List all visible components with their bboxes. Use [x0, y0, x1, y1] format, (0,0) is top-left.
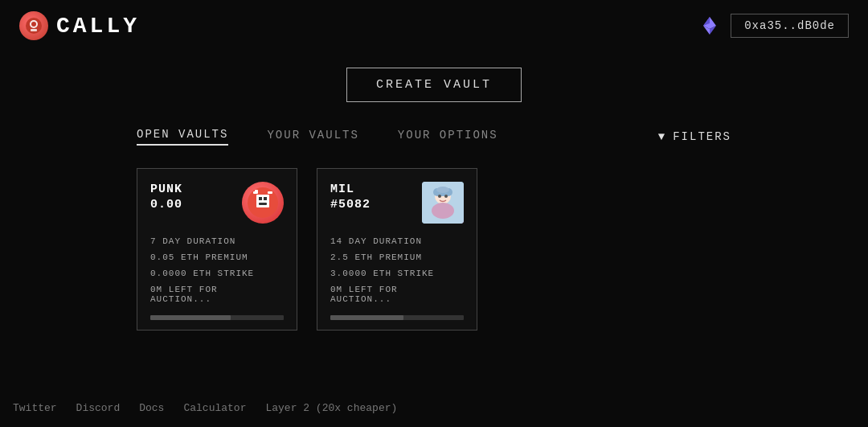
vault-punk-duration: 7 DAY DURATION [150, 236, 284, 246]
vault-mil-strike: 3.0000 ETH STRIKE [330, 269, 464, 278]
tabs-row: OPEN VAULTS YOUR VAULTS YOUR OPTIONS ▼ F… [0, 128, 868, 146]
filter-icon: ▼ [658, 130, 666, 143]
vault-mil-progress-bar-bg [330, 315, 464, 320]
create-vault-button[interactable]: CREATE VAULT [346, 68, 522, 102]
footer-link-calculator[interactable]: Calculator [183, 402, 246, 414]
vault-card-punk-header: PUNK 0.00 [150, 182, 284, 224]
vault-punk-title-area: PUNK 0.00 [150, 182, 182, 211]
vault-punk-auction: 0M LEFT FOR AUCTION... [150, 285, 284, 304]
svg-point-22 [436, 187, 449, 193]
logo-text: CALLY [56, 14, 140, 39]
svg-rect-14 [255, 190, 258, 192]
vault-punk-premium: 0.05 ETH PREMIUM [150, 253, 284, 262]
vault-mil-duration: 14 DAY DURATION [330, 236, 464, 246]
filters-button[interactable]: ▼ FILTERS [658, 130, 731, 143]
main-content: CREATE VAULT OPEN VAULTS YOUR VAULTS YOU… [0, 51, 868, 331]
tab-open-vaults[interactable]: OPEN VAULTS [137, 128, 228, 146]
footer-link-twitter[interactable]: Twitter [13, 402, 57, 414]
vault-mil-title: MIL [330, 182, 371, 198]
svg-rect-9 [256, 195, 269, 207]
vault-mil-info: 14 DAY DURATION 2.5 ETH PREMIUM 3.0000 E… [330, 236, 464, 304]
wallet-address[interactable]: 0xa35..dB0de [731, 14, 849, 38]
vault-mil-title-area: MIL #5082 [330, 182, 371, 211]
vault-punk-progress-bar [150, 315, 231, 320]
wallet-area: 0xa35..dB0de [698, 14, 849, 38]
vault-punk-avatar [242, 182, 284, 224]
svg-rect-10 [259, 197, 262, 200]
tab-your-options[interactable]: YOUR OPTIONS [398, 129, 498, 145]
vault-mil-avatar [422, 182, 464, 224]
vault-card-mil-header: MIL #5082 [330, 182, 464, 224]
svg-point-2 [31, 22, 36, 27]
header: CALLY 0xa35..dB0de [0, 0, 868, 51]
svg-point-20 [438, 195, 441, 198]
svg-rect-12 [259, 203, 267, 205]
svg-point-18 [432, 203, 454, 219]
footer-link-docs[interactable]: Docs [139, 402, 164, 414]
vault-mil-progress-bar [330, 315, 403, 320]
logo-area: CALLY [19, 11, 140, 40]
svg-rect-15 [268, 191, 272, 194]
vault-mil-auction: 0M LEFT FOR AUCTION... [330, 285, 464, 304]
footer-link-discord[interactable]: Discord [76, 402, 121, 414]
vault-card-mil[interactable]: MIL #5082 14 DA [317, 168, 477, 331]
vault-punk-subtitle: 0.00 [150, 198, 182, 211]
svg-point-21 [444, 195, 448, 198]
eth-icon [698, 14, 721, 37]
vault-mil-premium: 2.5 ETH PREMIUM [330, 253, 464, 262]
svg-rect-11 [264, 197, 267, 200]
vaults-row: PUNK 0.00 7 DAY [0, 168, 868, 331]
footer-link-layer2[interactable]: Layer 2 (20x cheaper) [265, 402, 397, 414]
vault-punk-progress-bar-bg [150, 315, 284, 320]
vault-punk-info: 7 DAY DURATION 0.05 ETH PREMIUM 0.0000 E… [150, 236, 284, 304]
vault-mil-subtitle: #5082 [330, 198, 371, 211]
svg-rect-3 [31, 29, 37, 31]
tab-your-vaults[interactable]: YOUR VAULTS [267, 129, 358, 145]
vault-punk-title: PUNK [150, 182, 182, 198]
logo-icon [19, 11, 48, 40]
vault-card-punk[interactable]: PUNK 0.00 7 DAY [137, 168, 297, 331]
vault-punk-strike: 0.0000 ETH STRIKE [150, 269, 284, 278]
footer: Twitter Discord Docs Calculator Layer 2 … [0, 402, 868, 414]
